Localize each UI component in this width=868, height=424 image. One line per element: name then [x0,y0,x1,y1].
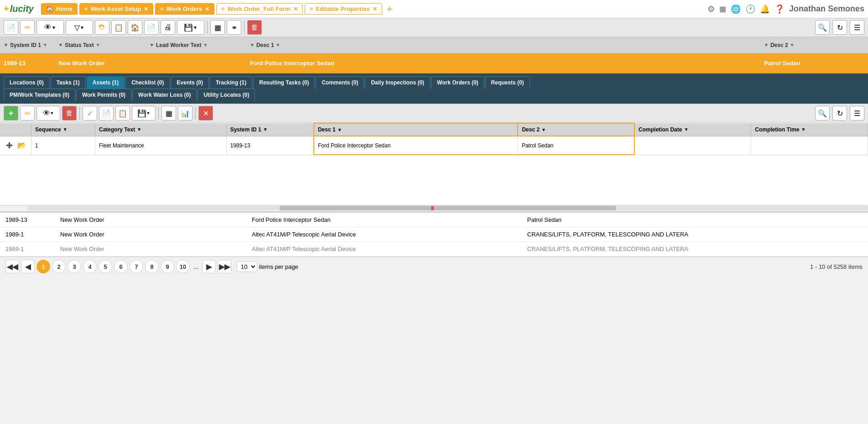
col-header-system-id[interactable]: ▼ System ID 1 ▼ [4,42,58,48]
hard-hat-button[interactable]: ⛑ [95,20,109,35]
inner-add-button[interactable]: + [4,106,18,120]
help-icon[interactable]: ❓ [774,4,785,14]
tab-daily-inspections[interactable]: Daily Inspections (0) [365,76,430,89]
refresh-button[interactable]: ↻ [832,20,847,35]
col-header-lead-worker[interactable]: ▼ Lead Worker Text ▼ [150,42,250,48]
tab-work-water-loss[interactable]: Work Water Loss (0) [132,89,197,101]
tab-work-orders[interactable]: Work Orders (0) [431,76,484,89]
copy-button[interactable]: 📄 [144,20,159,35]
network-button[interactable]: ⚭ [227,20,241,35]
inner-list-button[interactable]: ☰ [850,106,864,120]
work-asset-close-icon[interactable]: ✕ [144,6,148,12]
inner-table-scroll[interactable]: Sequence ▼ Category Text ▼ System ID 1 ▼ [0,123,868,205]
layout-button[interactable]: ▦ [210,20,225,35]
gear-icon[interactable]: ⚙ [707,4,715,14]
clock-icon[interactable]: 🕐 [745,4,755,14]
col-category-header[interactable]: Category Text ▼ [95,123,227,136]
nav-tab-work-orders[interactable]: ≡ Work Orders ✕ [155,3,214,15]
col-desc1-header[interactable]: Desc 1 ▼ [314,123,518,136]
inner-remove-button[interactable]: ✕ [198,106,213,120]
last-page-button[interactable]: ▶▶ [218,260,231,273]
filter-button[interactable]: ▽ ▼ [66,20,93,35]
tab-events[interactable]: Events (0) [171,76,209,89]
scrollbar-thumb[interactable] [280,206,616,210]
horizontal-scrollbar[interactable] [0,205,868,211]
add-tab-button[interactable]: + [384,3,395,15]
row-add-button[interactable]: ✚ [4,140,15,151]
col-completion-time-header[interactable]: Completion Time ▼ [751,123,868,136]
list-view-button[interactable]: ☰ [850,20,864,35]
page-3-button[interactable]: 3 [68,260,81,273]
tab-assets[interactable]: Assets (1) [87,76,125,89]
nav-tab-editable-properties[interactable]: ≡ Editable Properties ✕ [305,3,382,15]
page-6-button[interactable]: 6 [114,260,128,273]
tab-tasks[interactable]: Tasks (1) [51,76,86,89]
inner-check-button[interactable]: ✓ [83,106,97,120]
clipboard-red-button[interactable]: 📋 [111,20,126,35]
page-4-button[interactable]: 4 [83,260,97,273]
save-icon: 💾 [184,23,193,32]
prev-page-button[interactable]: ◀ [21,260,35,273]
delete-button[interactable]: 🗑 [247,20,262,35]
view-button[interactable]: 👁 ▼ [36,20,64,35]
inner-search-button[interactable]: 🔍 [815,106,830,120]
selected-record-row[interactable]: 1989-13 New Work Order Ford Police Inter… [0,53,868,73]
inner-paste-button[interactable]: 📋 [115,106,130,120]
edit-button[interactable]: ✏ [20,20,35,35]
work-orders-close-icon[interactable]: ✕ [205,6,209,12]
col-desc2-header[interactable]: Desc 2 ▼ [518,123,634,136]
col-completion-date-header[interactable]: Completion Date ▼ [634,123,751,136]
inner-grid-button[interactable]: ▦ [161,106,176,120]
tab-pm-work-templates[interactable]: PM/Work Templates (0) [4,89,75,101]
page-10-button[interactable]: 10 [176,260,190,273]
tab-checklist[interactable]: Checklist (0) [125,76,170,89]
col-header-desc2[interactable]: ▼ Desc 2 ▼ [764,42,864,48]
bottom-table-area: 1989-13 New Work Order Ford Police Inter… [0,211,868,256]
search-button[interactable]: 🔍 [815,20,830,35]
nav-tab-work-order-full[interactable]: ≡ Work Order_Full Form ✕ [216,3,302,15]
col-system-id-header[interactable]: System ID 1 ▼ [226,123,314,136]
nav-tab-work-asset-setup[interactable]: ≡ Work Asset Setup ✕ [79,3,153,15]
grid-icon[interactable]: ▦ [719,5,726,13]
table-row[interactable]: 1989-1 New Work Order Altec AT41M/P Tele… [0,242,868,256]
inner-save-button[interactable]: 💾 ▼ [132,106,156,120]
inner-copy-button[interactable]: 📄 [99,106,114,120]
save-button[interactable]: 💾 ▼ [177,20,204,35]
tab-comments[interactable]: Comments (0) [316,76,364,89]
nav-tab-home[interactable]: 🏠 Home [41,3,78,15]
inner-refresh-button[interactable]: ↻ [832,106,847,120]
work-order-full-close-icon[interactable]: ✕ [293,6,298,12]
next-page-button[interactable]: ▶ [202,260,216,273]
first-page-button[interactable]: ◀◀ [5,260,19,273]
tab-requests[interactable]: Requests (0) [485,76,530,89]
table-row[interactable]: ✚ 📂 1 Fleet Maintenance 1989-13 [0,136,868,155]
inner-delete-button[interactable]: 🗑 [62,106,77,120]
tab-utility-locates[interactable]: Utility Locates (0) [198,89,255,101]
items-per-page-select[interactable]: 10 25 50 [237,262,257,272]
col-header-desc1[interactable]: ▼ Desc 1 ▼ [250,42,764,48]
inner-chart-button[interactable]: 📊 [178,106,192,120]
tab-tracking[interactable]: Tracking (1) [210,76,252,89]
inner-edit-button[interactable]: ✏ [20,106,35,120]
row-folder-button[interactable]: 📂 [16,140,27,151]
new-record-button[interactable]: 📄 [4,20,18,35]
page-9-button[interactable]: 9 [161,260,174,273]
table-row[interactable]: 1989-1 New Work Order Altec AT41M/P Tele… [0,227,868,242]
globe-icon[interactable]: 🌐 [731,4,741,14]
page-1-button[interactable]: 1 [36,260,50,273]
col-header-status[interactable]: ▼ Status Text ▼ [58,42,150,48]
page-2-button[interactable]: 2 [52,260,66,273]
page-8-button[interactable]: 8 [145,260,159,273]
tab-work-permits[interactable]: Work Permits (0) [76,89,131,101]
home-button[interactable]: 🏠 [128,20,142,35]
page-7-button[interactable]: 7 [130,260,143,273]
tab-locations[interactable]: Locations (0) [4,76,50,89]
col-sequence-header[interactable]: Sequence ▼ [31,123,95,136]
inner-view-button[interactable]: 👁 ▼ [36,106,60,120]
print-button[interactable]: 🖨 [161,20,175,35]
tab-resulting-tasks[interactable]: Resulting Tasks (0) [253,76,315,89]
table-row[interactable]: 1989-13 New Work Order Ford Police Inter… [0,213,868,227]
page-5-button[interactable]: 5 [99,260,112,273]
bell-icon[interactable]: 🔔 [760,4,770,14]
editable-close-icon[interactable]: ✕ [373,6,377,12]
